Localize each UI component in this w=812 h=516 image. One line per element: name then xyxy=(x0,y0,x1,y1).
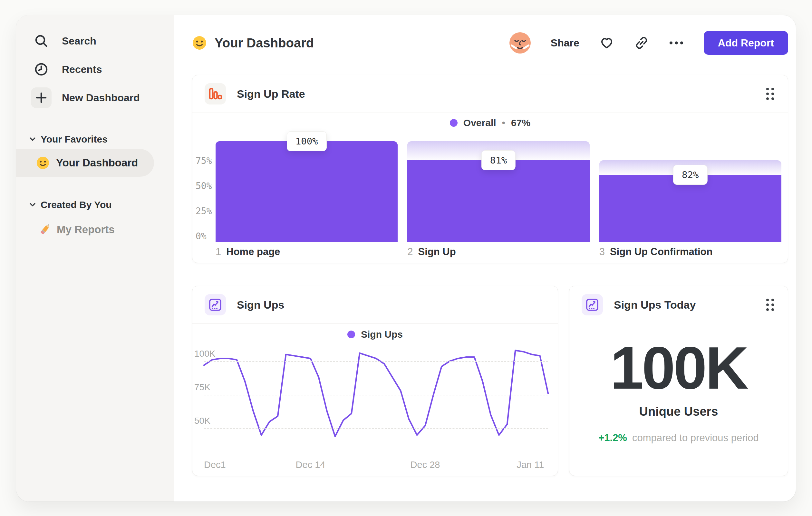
line-legend: Sign Ups xyxy=(192,324,558,345)
add-report-button[interactable]: Add Report xyxy=(704,31,788,55)
clock-icon xyxy=(31,59,52,80)
sidebar-section-your-favorites[interactable]: Your Favorites xyxy=(16,130,174,149)
legend-separator: • xyxy=(502,117,505,128)
legend-overall-value: 67% xyxy=(511,117,530,128)
funnel-y-tick: 0% xyxy=(196,230,207,242)
funnel-step-label: 3Sign Up Confirmation xyxy=(599,246,781,258)
smiley-icon xyxy=(192,35,207,50)
funnel-chart: 75%50%25%0% 100%81%82% 1Home page2Sign U… xyxy=(192,133,788,263)
funnel-plot: 100%81%82% xyxy=(215,141,781,242)
funnel-value-tooltip: 100% xyxy=(287,131,327,151)
legend-dot xyxy=(450,119,458,127)
legend-dot xyxy=(347,331,355,338)
section-title: Created By You xyxy=(40,199,112,210)
sidebar-item-label: Search xyxy=(62,35,96,47)
title-group: Your Dashboard xyxy=(192,35,314,50)
metric-delta-row: +1.2% compared to previous period xyxy=(598,432,759,444)
header-actions: Share xyxy=(510,31,788,55)
funnel-chart-icon xyxy=(205,83,226,105)
sidebar-item-label: Recents xyxy=(62,63,102,76)
gridline xyxy=(204,361,548,362)
signups-today-card-header: Sign Ups Today xyxy=(569,286,788,323)
funnel-y-tick: 50% xyxy=(196,180,212,192)
funnel-step-label: 2Sign Up xyxy=(407,246,589,258)
funnel-step-name: Sign Up xyxy=(418,246,456,258)
funnel-step-name: Sign Up Confirmation xyxy=(610,246,713,258)
share-button[interactable]: Share xyxy=(551,37,579,49)
legend-series-label: Sign Ups xyxy=(361,329,403,340)
sidebar-item-search[interactable]: Search xyxy=(16,27,174,55)
sidebar-item-your-dashboard[interactable]: Your Dashboard xyxy=(16,149,154,177)
smiley-icon xyxy=(36,156,50,170)
avatar[interactable] xyxy=(510,32,531,54)
delta-badge: +1.2% xyxy=(598,432,627,444)
funnel-step-number: 1 xyxy=(215,246,221,258)
funnel-bar[interactable]: 81% xyxy=(407,141,589,242)
delta-caption: compared to previous period xyxy=(632,432,759,444)
sidebar-item-label: My Reports xyxy=(57,223,115,236)
sidebar-item-label: New Dashboard xyxy=(62,92,140,104)
line-x-tick: Jan 11 xyxy=(517,460,544,470)
metric-value: 100K xyxy=(610,343,747,393)
cards-row: Sign Ups Sign Ups 100K75K50K Dec1Dec xyxy=(192,286,788,476)
funnel-legend: Overall • 67% xyxy=(192,113,788,133)
line-chart-icon xyxy=(582,294,603,316)
section-title: Your Favorites xyxy=(40,134,108,145)
signups-today-card: Sign Ups Today 100K Unique Users +1.2% xyxy=(569,286,788,476)
funnel-step-label: 1Home page xyxy=(215,246,398,258)
funnel-step-number: 2 xyxy=(407,246,413,258)
funnel-bar-fill xyxy=(215,141,398,242)
plus-icon xyxy=(31,87,52,108)
sidebar-section-created-by-you[interactable]: Created By You xyxy=(16,195,174,214)
metric-label: Unique Users xyxy=(639,405,718,418)
card-title: Sign Ups Today xyxy=(614,299,696,311)
funnel-y-tick: 25% xyxy=(196,206,212,217)
gridline xyxy=(204,395,548,396)
line-x-tick: Dec 28 xyxy=(410,460,440,470)
line-x-tick: Dec 14 xyxy=(296,460,325,470)
chevron-down-icon xyxy=(29,202,36,207)
signup-rate-card-header: Sign Up Rate xyxy=(192,75,788,113)
signups-line-chart[interactable]: 100K75K50K xyxy=(192,345,558,455)
gridline xyxy=(204,428,548,429)
line-chart-icon xyxy=(205,294,226,316)
app-window: Search Recents New Dashboard xyxy=(16,15,796,501)
funnel-value-tooltip: 82% xyxy=(673,165,707,185)
dashboard-header: Your Dashboard Share xyxy=(192,29,788,56)
funnel-bar[interactable]: 100% xyxy=(215,141,398,242)
line-y-tick: 50K xyxy=(194,415,210,426)
sidebar-item-new-dashboard[interactable]: New Dashboard xyxy=(16,84,174,112)
sidebar-item-my-reports[interactable]: My Reports xyxy=(16,216,174,243)
funnel-step-number: 3 xyxy=(599,246,605,258)
metric-body: 100K Unique Users +1.2% compared to prev… xyxy=(569,323,788,476)
signups-card-header: Sign Ups xyxy=(192,286,558,323)
funnel-bar[interactable]: 82% xyxy=(599,141,781,242)
sidebar: Search Recents New Dashboard xyxy=(16,15,174,501)
signup-rate-card: Sign Up Rate Overall • 67% 75%50%25%0% xyxy=(192,75,788,263)
line-y-tick: 75K xyxy=(194,382,210,393)
more-options-icon[interactable] xyxy=(669,35,684,50)
drag-handle-icon[interactable] xyxy=(765,297,776,313)
funnel-x-axis: 1Home page2Sign Up3Sign Up Confirmation xyxy=(215,246,781,258)
search-icon xyxy=(31,31,52,51)
favorite-heart-icon[interactable] xyxy=(599,35,614,50)
funnel-bar-fill xyxy=(407,160,589,242)
signups-card: Sign Ups Sign Ups 100K75K50K Dec1Dec xyxy=(192,286,558,476)
card-title: Sign Up Rate xyxy=(237,88,305,100)
line-plot xyxy=(204,345,548,455)
line-y-tick: 100K xyxy=(194,348,215,359)
page-title: Your Dashboard xyxy=(214,36,314,50)
funnel-step-name: Home page xyxy=(226,246,280,258)
legend-series-label: Overall xyxy=(463,117,496,128)
line-x-tick: Dec1 xyxy=(204,460,226,470)
chevron-down-icon xyxy=(29,137,36,142)
pencil-icon xyxy=(37,223,50,236)
drag-handle-icon[interactable] xyxy=(765,86,776,102)
funnel-value-tooltip: 81% xyxy=(482,150,516,170)
sidebar-item-recents[interactable]: Recents xyxy=(16,55,174,84)
line-x-axis: Dec1Dec 14Dec 28Jan 11 xyxy=(192,455,558,476)
sidebar-item-label: Your Dashboard xyxy=(56,157,138,169)
copy-link-icon[interactable] xyxy=(634,35,649,50)
main-content: Your Dashboard Share xyxy=(174,15,796,501)
funnel-bar-fill xyxy=(599,175,781,242)
